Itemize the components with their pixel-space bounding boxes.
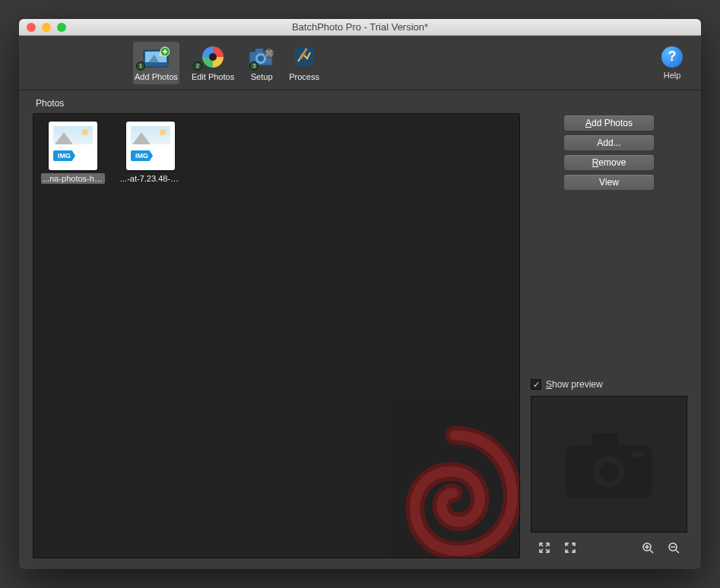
svg-rect-14: [265, 52, 267, 54]
close-button[interactable]: [27, 23, 36, 32]
fit-to-window-icon[interactable]: [538, 542, 550, 554]
photo-item[interactable]: IMG ...na-photos-hero: [41, 122, 105, 184]
preview-block: ✓ Show preview: [531, 379, 687, 558]
zoom-out-icon[interactable]: [668, 542, 680, 554]
help-icon: ?: [661, 46, 683, 68]
minimize-button[interactable]: [42, 23, 51, 32]
window-title: BatchPhoto Pro - Trial Version*: [19, 21, 701, 33]
content: Photos IMG ...na-photos-hero: [19, 90, 701, 569]
titlebar: BatchPhoto Pro - Trial Version*: [19, 19, 701, 36]
main-row: IMG ...na-photos-hero IMG ...-at-7.23.48…: [33, 113, 687, 558]
img-badge: IMG: [131, 150, 153, 161]
view-button[interactable]: View: [563, 174, 655, 191]
step-setup[interactable]: 3 Setup: [246, 42, 277, 84]
add-photos-button[interactable]: Add Photos: [563, 115, 655, 131]
toolbar: 1 Add Photos 2 Edit Photos: [19, 36, 701, 90]
fullscreen-icon[interactable]: [564, 542, 576, 554]
traffic-lights: [19, 23, 66, 32]
step-label: Setup: [251, 72, 273, 81]
watermark-swirl: [382, 421, 520, 558]
step-number-2: 2: [193, 62, 202, 71]
step-process[interactable]: Process: [287, 42, 321, 84]
window: BatchPhoto Pro - Trial Version* 1 Add Ph…: [19, 19, 701, 569]
action-buttons: Add Photos Add... Remove View: [531, 115, 687, 191]
help-label: Help: [664, 71, 681, 80]
photo-item[interactable]: IMG ...-at-7.23.48-PM: [119, 122, 182, 184]
svg-point-6: [209, 53, 217, 61]
step-edit-photos[interactable]: 2 Edit Photos: [190, 42, 236, 84]
step-number-3: 3: [249, 62, 259, 71]
show-preview-label: Show preview: [546, 379, 603, 390]
show-preview-row: ✓ Show preview: [531, 379, 687, 390]
preview-controls: [531, 539, 687, 558]
step-label: Add Photos: [135, 72, 178, 81]
photo-thumbnail: IMG: [126, 122, 175, 170]
right-panel: Add Photos Add... Remove View ✓ Show pre…: [531, 113, 687, 558]
photos-section-label: Photos: [36, 98, 687, 109]
preview-box: [531, 396, 687, 533]
img-badge: IMG: [53, 150, 75, 161]
help-button[interactable]: ? Help: [661, 46, 683, 80]
remove-button[interactable]: Remove: [563, 154, 655, 171]
step-number-1: 1: [136, 62, 145, 71]
step-label: Edit Photos: [192, 72, 234, 81]
step-add-photos[interactable]: 1 Add Photos: [133, 42, 179, 84]
process-icon: [290, 45, 318, 69]
photo-filename: ...na-photos-hero: [41, 173, 105, 184]
svg-rect-8: [255, 49, 263, 53]
photo-filename: ...-at-7.23.48-PM: [119, 173, 182, 184]
svg-rect-23: [633, 451, 643, 457]
svg-point-22: [600, 463, 618, 481]
show-preview-checkbox[interactable]: ✓: [531, 379, 541, 390]
add-photos-icon: [142, 45, 170, 69]
zoom-in-icon[interactable]: [642, 542, 654, 554]
svg-rect-12: [268, 49, 270, 51]
camera-placeholder-icon: [560, 422, 658, 506]
edit-photos-icon: [199, 45, 227, 69]
step-label: Process: [289, 72, 319, 81]
svg-rect-15: [271, 52, 274, 54]
maximize-button[interactable]: [57, 23, 66, 32]
add-button[interactable]: Add...: [563, 134, 655, 151]
svg-point-10: [258, 55, 264, 62]
photo-grid[interactable]: IMG ...na-photos-hero IMG ...-at-7.23.48…: [33, 113, 520, 558]
svg-rect-13: [268, 55, 270, 58]
photo-thumbnail: IMG: [49, 122, 97, 170]
svg-rect-19: [592, 433, 619, 448]
toolbar-steps: 1 Add Photos 2 Edit Photos: [133, 42, 321, 84]
